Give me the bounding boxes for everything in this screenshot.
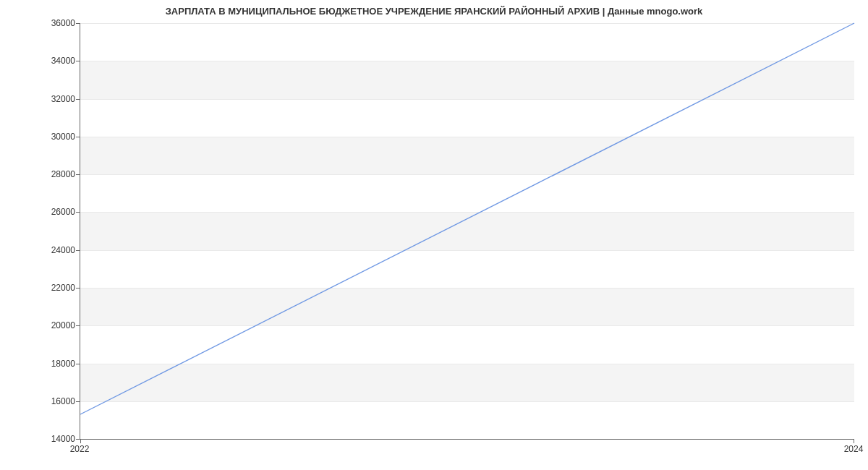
y-tick-label: 20000: [32, 320, 75, 330]
y-tick-label: 16000: [32, 396, 75, 406]
y-tick-label: 32000: [32, 94, 75, 104]
y-tick-label: 28000: [32, 169, 75, 179]
salary-line-chart: ЗАРПЛАТА В МУНИЦИПАЛЬНОЕ БЮДЖЕТНОЕ УЧРЕЖ…: [0, 0, 868, 470]
line-series: [80, 23, 854, 439]
y-tick-label: 18000: [32, 359, 75, 369]
y-tick-label: 22000: [32, 283, 75, 293]
y-tick-label: 30000: [32, 132, 75, 142]
chart-title: ЗАРПЛАТА В МУНИЦИПАЛЬНОЕ БЮДЖЕТНОЕ УЧРЕЖ…: [0, 6, 868, 17]
x-tick: [854, 439, 854, 443]
x-tick: [80, 439, 81, 443]
plot-area: [80, 23, 854, 440]
x-tick-label: 2022: [70, 444, 90, 454]
y-tick-label: 24000: [32, 245, 75, 255]
y-tick-label: 14000: [32, 434, 75, 444]
data-line: [80, 23, 854, 414]
y-tick-label: 36000: [32, 18, 75, 28]
x-tick-label: 2024: [844, 444, 864, 454]
y-tick-label: 26000: [32, 207, 75, 217]
y-tick-label: 34000: [32, 56, 75, 66]
